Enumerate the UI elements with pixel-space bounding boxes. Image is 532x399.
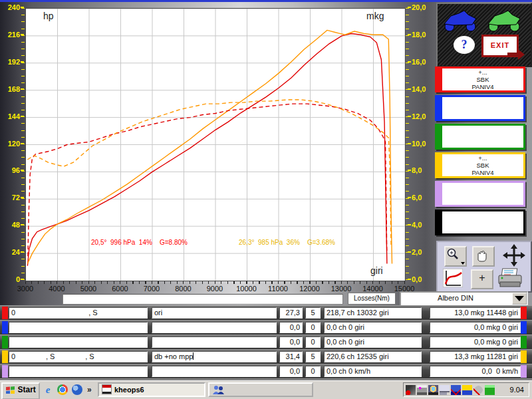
magnifier-icon: [446, 247, 463, 262]
internet-explorer-icon[interactable]: e: [43, 384, 53, 395]
window-top-strip: [0, 0, 532, 2]
run-selector-4[interactable]: +... SBK PANIV4: [435, 152, 525, 178]
x-axis-minor-ticks: [25, 281, 405, 284]
start-button[interactable]: Start: [1, 382, 40, 399]
exit-button[interactable]: EXIT: [481, 35, 519, 57]
row-gear-value[interactable]: 5: [305, 351, 321, 362]
right-axis-tick-label: 16,0: [408, 58, 440, 66]
row-gear-value[interactable]: 5: [305, 307, 321, 319]
row-color-marker: [521, 365, 527, 378]
run-selector-6[interactable]: [435, 209, 525, 235]
task1-label: kheops6: [114, 386, 144, 394]
curve-power-ori: [27, 34, 387, 266]
tray-xear3d-icon[interactable]: [462, 385, 472, 395]
curve-torque-ori: [28, 104, 387, 256]
weather-annotation: 20,5° 996 hPa 14% G=8.80%: [91, 239, 188, 246]
run-selector-2[interactable]: [435, 95, 525, 121]
row-color-marker: [2, 336, 8, 348]
add-tool-button[interactable]: +: [471, 269, 493, 289]
tray-printer-icon[interactable]: [417, 385, 427, 395]
mkg-axis-title: mkg: [366, 11, 384, 21]
tray-tool-blocked-icon[interactable]: [406, 385, 416, 395]
losses-label: Losses(Nm): [348, 293, 396, 305]
curve-power-db-no-mpp: [27, 30, 392, 263]
comment-input[interactable]: [63, 294, 343, 305]
tray-wireless-monitor-icon[interactable]: [440, 385, 450, 395]
motorcycle-blue-icon[interactable]: [442, 7, 479, 33]
run-selector-list: +... SBK PANIV4+... SBK PANIV4: [435, 66, 523, 238]
giri-axis-title: giri: [370, 265, 383, 276]
zoom-tool-button[interactable]: [444, 246, 467, 267]
tray-storage-icon[interactable]: [485, 385, 495, 395]
row-color-marker: [2, 365, 8, 378]
left-axis-tick-label: 0: [0, 275, 24, 283]
row-field-2[interactable]: [152, 336, 277, 348]
table-row-5: 0,000,0 ch 0 km/h0,0 0 km/h: [0, 364, 532, 378]
dyno-chart-plot[interactable]: hp mkg giri 20,5° 996 hPa 14% G=8.80%26,…: [25, 8, 406, 281]
row-gear-value[interactable]: 0: [305, 366, 321, 377]
taskbar-task-kheops6[interactable]: kheops6: [98, 382, 205, 397]
left-axis-tick-label: 72: [0, 194, 24, 201]
row-field-1[interactable]: [9, 366, 148, 377]
row-temp-value[interactable]: 0,0: [279, 322, 303, 333]
curve-tool-icon[interactable]: [443, 269, 463, 287]
row-gear-value[interactable]: 0: [305, 322, 321, 333]
windows-logo-icon: [5, 385, 15, 394]
left-axis-tick-label: 48: [0, 221, 24, 229]
run-selector-5[interactable]: [435, 181, 525, 207]
row-peak-power: 0,0 ch 0 km/h: [324, 366, 422, 377]
run-selector-3[interactable]: [435, 124, 525, 150]
taskbar-task-2[interactable]: [208, 382, 313, 397]
table-row-3: 0,000,0 ch 0 giri0,0 mkg 0 giri: [0, 334, 532, 349]
row-color-marker: [521, 307, 527, 319]
taskbar: Start e » kheops6 9.04: [0, 380, 532, 399]
run-selector-1[interactable]: +... SBK PANIV4: [435, 66, 525, 92]
weather-annotation: 26,3° 985 hPa 36% G=3.68%: [239, 239, 335, 246]
row-field-1[interactable]: 0 , S , S: [9, 351, 148, 362]
left-axis-tick-label: 144: [0, 112, 24, 120]
x-axis-tick-label: 9000: [199, 285, 231, 293]
row-gear-value[interactable]: 0: [305, 336, 321, 348]
row-field-1[interactable]: 0 , S: [9, 307, 148, 319]
row-color-marker: [521, 321, 527, 334]
tray-muted-icon[interactable]: [473, 385, 483, 395]
curve-torque-db-no-mpp: [27, 100, 391, 247]
start-label: Start: [18, 385, 36, 394]
pan-tool-button[interactable]: [472, 246, 495, 267]
x-axis-tick-label: 8000: [168, 285, 200, 293]
row-temp-value[interactable]: 0,0: [279, 336, 303, 348]
row-field-2[interactable]: [152, 366, 277, 377]
quick-launch-app-icon[interactable]: [72, 384, 82, 395]
tray-network-error-icon[interactable]: [451, 385, 461, 395]
row-field-1[interactable]: [9, 322, 148, 333]
taskbar-clock: 9.04: [510, 386, 527, 394]
dyno-curves: [26, 9, 405, 281]
row-temp-value[interactable]: 27,3: [279, 307, 303, 319]
shaft-select-button[interactable]: [512, 293, 527, 305]
x-axis-tick-label: 7000: [136, 285, 168, 293]
left-axis-tick-label: 216: [0, 31, 24, 39]
row-peak-power: 0,0 ch 0 giri: [324, 336, 422, 348]
help-icon[interactable]: ?: [454, 36, 475, 54]
browser-icon[interactable]: [57, 384, 68, 395]
row-color-marker: [2, 307, 8, 319]
print-button[interactable]: [497, 267, 527, 289]
exit-label: EXIT: [491, 41, 509, 49]
row-field-2[interactable]: [152, 322, 277, 333]
x-axis-tick-label: 14000: [357, 285, 389, 293]
table-row-2: 0,000,0 ch 0 giri0,0 mkg 0 giri: [0, 320, 532, 334]
motorcycle-green-icon[interactable]: [485, 7, 523, 33]
row-field-2[interactable]: ori: [152, 307, 277, 319]
quick-launch-overflow-chevron[interactable]: »: [87, 384, 92, 396]
row-peak-torque: 0,0 mkg 0 giri: [430, 322, 521, 333]
row-color-marker: [521, 336, 527, 348]
row-temp-value[interactable]: 0,0: [279, 366, 303, 377]
row-field-2[interactable]: db +no mpp: [152, 351, 277, 362]
row-field-1[interactable]: [9, 336, 148, 348]
move-tool-icon[interactable]: [501, 243, 527, 267]
tray-display-icon[interactable]: [428, 385, 438, 395]
row-temp-value[interactable]: 31,4: [279, 351, 303, 362]
text-caret: [193, 352, 194, 360]
right-axis-tick-label: 18,0: [408, 31, 440, 39]
carbon-button-panel: ? EXIT: [436, 3, 532, 67]
